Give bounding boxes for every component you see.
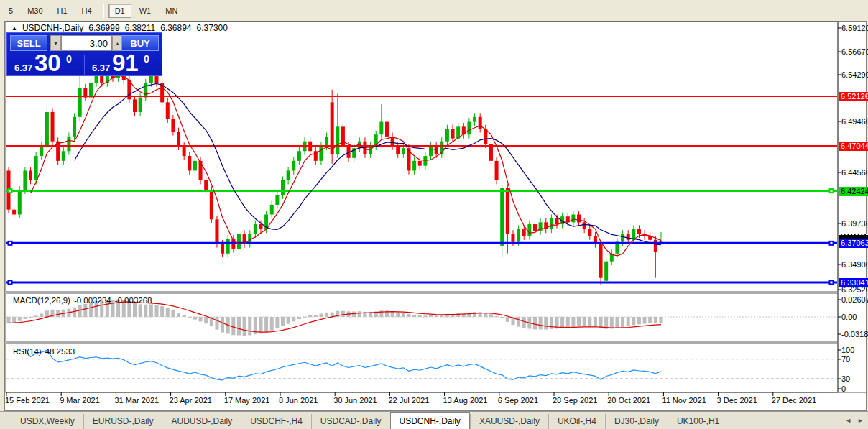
timeframe-button-m30[interactable]: M30: [21, 4, 49, 18]
trade-prices-row: 6.37 30 0 6.37 91 0: [7, 53, 162, 76]
timeframe-toolbar: 5M30H1H4D1W1MN: [0, 0, 868, 21]
ohlc-close: 6.37300: [197, 23, 228, 33]
tab-scroll-right-icon[interactable]: ►: [857, 417, 864, 424]
symbol-name: USDCNH-,Daily: [22, 23, 83, 33]
date-axis-label: 15 Feb 2021: [5, 396, 50, 405]
tab-scroll-arrows: ◄►: [845, 417, 864, 424]
date-axis-label: 20 Oct 2021: [607, 396, 650, 405]
macd-axis-label: -0.03187: [841, 330, 868, 339]
price-axis-label: 6.49460: [841, 117, 868, 126]
timeframe-button-w1[interactable]: W1: [133, 4, 158, 18]
chart-window: [4, 21, 867, 411]
price-axis-label: 6.59120: [841, 24, 868, 33]
chart-tab-ukoilh4[interactable]: UKOil-,H4: [548, 414, 605, 429]
sell-price-pips: 30: [34, 50, 61, 77]
chart-tab-usdxweekly[interactable]: USDX,Weekly: [11, 414, 83, 429]
date-axis-label: 28 Sep 2021: [553, 396, 597, 405]
macd-name: MACD(12,26,9): [13, 296, 70, 305]
buy-price-pips: 91: [112, 50, 139, 77]
price-axis-label: 6.44560: [841, 168, 868, 177]
date-axis-label: 31 Mar 2021: [114, 396, 159, 405]
date-axis-label: 8 Jun 2021: [279, 396, 318, 405]
macd-value-1: -0.003234: [74, 296, 111, 305]
sell-price-display[interactable]: 6.37 30 0: [7, 53, 84, 76]
date-axis-label: 27 Dec 2021: [772, 396, 816, 405]
timeframe-button-mn[interactable]: MN: [159, 4, 184, 18]
date-axis-label: 3 Dec 2021: [717, 396, 757, 405]
buy-price-fraction: 0: [144, 53, 149, 65]
collapse-arrow-icon[interactable]: ▲: [11, 25, 17, 32]
one-click-trading-panel: SELL ▼ ▲ BUY 6.37 30 0 6.37 91 0: [6, 32, 162, 76]
rsi-indicator-label: RSI(14) 48.2533: [13, 347, 75, 356]
ohlc-high: 6.38211: [125, 23, 156, 33]
timeframe-button-h1[interactable]: H1: [51, 4, 74, 18]
tab-scroll-left-icon[interactable]: ◄: [845, 417, 851, 424]
chart-tab-eurusddaily[interactable]: EURUSD-,Daily: [83, 414, 162, 429]
macd-axis-label: 0.00: [841, 313, 857, 322]
date-axis-label: 11 Nov 2021: [662, 396, 706, 405]
date-axis-label: 17 May 2021: [224, 396, 270, 405]
timeframe-button-d1[interactable]: D1: [108, 4, 131, 18]
toolbar-separator: [103, 4, 104, 18]
sell-price-prefix: 6.37: [14, 63, 32, 73]
chart-tab-bar: USDX,WeeklyEURUSD-,DailyAUDUSD-,DailyUSD…: [0, 411, 868, 429]
volume-decrease-button[interactable]: ▼: [50, 35, 61, 51]
price-level-label: 6.33041: [839, 278, 868, 287]
chart-tab-dj30daily[interactable]: DJ30-,Daily: [605, 414, 668, 429]
sell-price-fraction: 0: [66, 53, 72, 65]
timeframe-button-5[interactable]: 5: [2, 4, 19, 18]
macd-indicator-label: MACD(12,26,9) -0.003234 -0.003268: [13, 296, 152, 305]
chart-title: ▲ USDCNH-,Daily 6.36999 6.38211 6.36894 …: [11, 23, 228, 33]
price-axis-label: 6.54290: [841, 70, 868, 80]
buy-button[interactable]: BUY: [121, 35, 159, 51]
price-axis-label: 6.56670: [841, 47, 868, 57]
ohlc-open: 6.36999: [88, 23, 119, 33]
rsi-value: 48.2533: [45, 347, 75, 356]
timeframe-button-h4[interactable]: H4: [75, 4, 98, 18]
rsi-axis-label: 0: [841, 384, 846, 394]
buy-price-display[interactable]: 6.37 91 0: [85, 53, 162, 76]
price-axis-label: 6.34900: [841, 260, 868, 269]
rsi-name: RSI(14): [13, 347, 42, 356]
chart-tab-uk100h1[interactable]: UK100-,H1: [668, 414, 728, 429]
macd-value-2: -0.003268: [115, 296, 152, 305]
price-level-label: 6.52126: [839, 92, 868, 101]
chart-tab-xauusddaily[interactable]: XAUUSD-,Daily: [470, 414, 548, 429]
price-axis-label: 6.39730: [841, 219, 868, 229]
chart-tab-audusddaily[interactable]: AUDUSD-,Daily: [162, 414, 241, 429]
price-level-label: 6.37063: [839, 239, 868, 248]
chart-tab-usdcaddaily[interactable]: USDCAD-,Daily: [311, 414, 390, 429]
rsi-axis-label: 30: [841, 374, 850, 384]
ohlc-low: 6.36894: [160, 23, 191, 33]
sell-button[interactable]: SELL: [10, 35, 47, 51]
date-axis-label: 6 Sep 2021: [498, 396, 538, 405]
volume-input[interactable]: [61, 35, 112, 51]
price-level-label: 6.42424: [839, 187, 868, 196]
macd-axis-label: 0.02607: [841, 295, 868, 305]
date-axis-label: 22 Jul 2021: [388, 396, 429, 405]
trade-controls-row: SELL ▼ ▲ BUY: [7, 35, 162, 52]
rsi-axis-label: 70: [841, 355, 850, 364]
rsi-axis-label: 100: [841, 346, 854, 355]
date-axis-label: 9 Mar 2021: [60, 396, 100, 405]
date-axis-label: 23 Apr 2021: [170, 396, 212, 405]
price-level-label: 6.47044: [839, 142, 868, 151]
date-axis-label: 30 Jun 2021: [333, 396, 377, 405]
buy-price-prefix: 6.37: [92, 63, 110, 73]
chart-tab-usdcnhdaily[interactable]: USDCNH-,Daily: [390, 412, 470, 429]
date-axis-label: 13 Aug 2021: [443, 396, 488, 405]
chart-tab-usdchfh4[interactable]: USDCHF-,H4: [241, 414, 311, 429]
